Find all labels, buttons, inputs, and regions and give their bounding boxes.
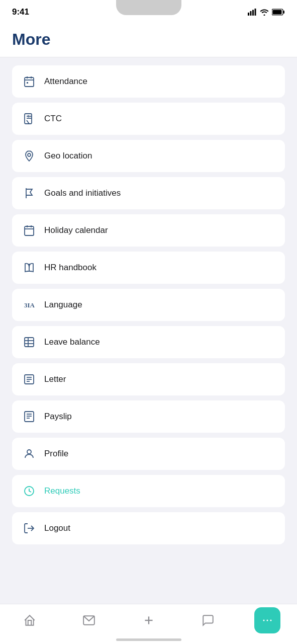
nav-item-mail[interactable] (59, 604, 119, 636)
svg-point-36 (27, 450, 31, 454)
hr-handbook-label: HR handbook (44, 263, 96, 273)
status-icons (248, 9, 285, 16)
logout-icon (22, 521, 36, 535)
svg-rect-0 (248, 13, 249, 16)
menu-item-ctc[interactable]: ₹ CTC (12, 103, 285, 135)
status-time: 9:41 (12, 7, 29, 17)
menu-item-profile[interactable]: Profile (12, 438, 285, 470)
menu-item-language[interactable]: 3IA Language (12, 289, 285, 321)
menu-item-logout[interactable]: Logout (12, 512, 285, 544)
svg-rect-24 (25, 338, 34, 347)
profile-label: Profile (44, 449, 68, 459)
svg-rect-6 (273, 10, 282, 15)
calendar-icon (22, 74, 36, 89)
svg-rect-1 (250, 11, 252, 16)
notch (116, 0, 181, 15)
rupee-icon: ₹ (22, 112, 36, 126)
payslip-icon (22, 410, 36, 424)
nav-item-home[interactable] (0, 604, 59, 636)
menu-list: Attendance ₹ CTC (0, 57, 297, 552)
svg-rect-3 (255, 9, 256, 16)
location-icon (22, 149, 36, 163)
attendance-label: Attendance (44, 76, 87, 87)
menu-item-attendance[interactable]: Attendance (12, 65, 285, 98)
letter-icon (22, 372, 36, 386)
requests-label: Requests (44, 486, 80, 496)
geo-location-label: Geo location (44, 151, 92, 161)
svg-point-16 (28, 153, 31, 156)
svg-rect-7 (25, 77, 34, 87)
ctc-label: CTC (44, 114, 62, 124)
wifi-icon (260, 9, 269, 16)
battery-icon (272, 9, 285, 16)
menu-item-hr-handbook[interactable]: HR handbook (12, 252, 285, 284)
profile-icon (22, 447, 36, 461)
language-icon: 3IA (22, 298, 36, 312)
flag-icon (22, 186, 36, 200)
bottom-nav (0, 604, 297, 644)
holiday-calendar-label: Holiday calendar (44, 225, 108, 235)
svg-point-42 (263, 619, 264, 621)
more-active-bg (254, 607, 280, 633)
leave-balance-label: Leave balance (44, 337, 100, 347)
svg-rect-32 (25, 412, 34, 422)
svg-point-44 (270, 619, 271, 621)
header: More (0, 22, 297, 57)
language-label: Language (44, 300, 82, 310)
menu-item-requests[interactable]: Requests (12, 475, 285, 507)
table-icon (22, 335, 36, 349)
home-icon (23, 614, 36, 627)
book-icon (22, 261, 36, 275)
mail-icon (82, 614, 95, 627)
svg-rect-11 (27, 82, 28, 84)
menu-item-holiday-calendar[interactable]: Holiday calendar (12, 214, 285, 247)
letter-label: Letter (44, 374, 66, 384)
calendar2-icon (22, 223, 36, 237)
svg-text:3IA: 3IA (24, 301, 35, 309)
chat-icon (202, 614, 215, 627)
page-title: More (12, 30, 50, 48)
more-icon (261, 614, 273, 626)
menu-item-geo-location[interactable]: Geo location (12, 140, 285, 172)
goals-label: Goals and initiatives (44, 188, 121, 198)
svg-point-43 (266, 619, 268, 621)
svg-rect-5 (283, 11, 285, 14)
svg-rect-2 (252, 10, 254, 16)
home-indicator (116, 638, 181, 641)
clock-icon (22, 484, 36, 498)
signal-icon (248, 9, 257, 16)
nav-item-add[interactable] (119, 604, 178, 636)
plus-icon (142, 614, 155, 627)
payslip-label: Payslip (44, 412, 72, 422)
menu-item-payslip[interactable]: Payslip (12, 400, 285, 433)
menu-item-letter[interactable]: Letter (12, 363, 285, 395)
logout-label: Logout (44, 523, 70, 533)
svg-rect-18 (25, 226, 34, 235)
nav-item-more[interactable] (238, 604, 297, 636)
nav-item-chat[interactable] (178, 604, 238, 636)
menu-item-leave-balance[interactable]: Leave balance (12, 326, 285, 358)
menu-item-goals-and-initiatives[interactable]: Goals and initiatives (12, 177, 285, 209)
